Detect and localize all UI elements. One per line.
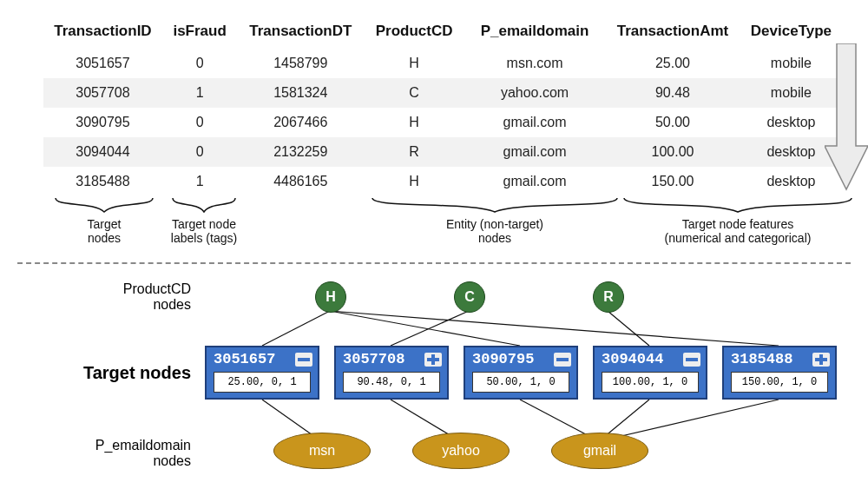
cell: gmail.com (464, 108, 605, 137)
target-features: 90.48, 0, 1 (343, 372, 440, 393)
brace-target-features: Target node features(numerical and categ… (616, 196, 859, 245)
down-arrow-icon (825, 43, 868, 191)
cell: 0 (162, 108, 238, 137)
brace-target-nodes: Targetnodes (43, 196, 165, 245)
brace-label: Target nodelabels (tags) (165, 217, 243, 245)
brace-label: Target node features(numerical and categ… (616, 217, 859, 245)
cell: 2132259 (237, 137, 364, 167)
table-row: 3090795 0 2067466 H gmail.com 50.00 desk… (43, 108, 842, 137)
target-id: 3057708 (343, 351, 404, 367)
col-header: isFraud (162, 17, 238, 49)
data-table-wrap: TransactionID isFraud TransactionDT Prod… (43, 17, 842, 196)
cell: gmail.com (464, 167, 605, 196)
table-row: 3185488 1 4486165 H gmail.com 150.00 des… (43, 167, 842, 196)
minus-icon (683, 353, 700, 367)
brace-label: Targetnodes (43, 217, 165, 245)
brace-label: Entity (non-target)nodes (365, 217, 625, 245)
cell: 100.00 (605, 137, 740, 167)
data-table: TransactionID isFraud TransactionDT Prod… (43, 17, 842, 196)
target-features: 25.00, 0, 1 (214, 372, 311, 393)
minus-icon (554, 353, 571, 367)
table-row: 3057708 1 1581324 C yahoo.com 90.48 mobi… (43, 78, 842, 108)
col-header: P_emaildomain (464, 17, 605, 49)
cell: C (364, 78, 464, 108)
cell: 1 (162, 167, 238, 196)
target-node: 3090795 50.00, 1, 0 (464, 346, 578, 400)
email-node-gmail: gmail (551, 433, 648, 469)
col-header: TransactionAmt (605, 17, 740, 49)
cell: 0 (162, 49, 238, 78)
cell: 4486165 (237, 167, 364, 196)
cell: H (364, 49, 464, 78)
cell: 2067466 (237, 108, 364, 137)
target-node: 3057708 90.48, 0, 1 (334, 346, 449, 400)
cell: 3057708 (43, 78, 162, 108)
cell: 150.00 (605, 167, 740, 196)
col-header: TransactionDT (237, 17, 364, 49)
target-features: 100.00, 1, 0 (602, 372, 699, 393)
productcd-node-c: C (454, 281, 485, 313)
column-braces-row: Targetnodes Target nodelabels (tags) Ent… (43, 196, 842, 259)
email-label: gmail (583, 443, 616, 459)
svg-line-0 (262, 311, 330, 346)
email-label: yahoo (442, 443, 480, 459)
brace-target-labels: Target nodelabels (tags) (165, 196, 243, 245)
cell: yahoo.com (464, 78, 605, 108)
productcd-node-h: H (315, 281, 346, 313)
minus-icon (295, 353, 312, 367)
cell: gmail.com (464, 137, 605, 167)
email-node-yahoo: yahoo (412, 433, 510, 469)
productcd-node-r: R (593, 281, 624, 313)
col-header: TransactionID (43, 17, 162, 49)
target-features: 150.00, 1, 0 (731, 372, 828, 393)
plus-icon (812, 353, 830, 367)
pcd-label: C (464, 289, 475, 305)
col-header: ProductCD (364, 17, 464, 49)
cell: 3094044 (43, 137, 162, 167)
cell: R (364, 137, 464, 167)
svg-line-2 (330, 311, 779, 346)
cell: msn.com (464, 49, 605, 78)
pcd-label: H (326, 289, 336, 305)
cell: 1581324 (237, 78, 364, 108)
table-header-row: TransactionID isFraud TransactionDT Prod… (43, 17, 842, 49)
cell: 90.48 (605, 78, 740, 108)
svg-line-4 (608, 311, 649, 346)
target-id: 3094044 (602, 351, 663, 367)
cell: 3051657 (43, 49, 162, 78)
target-features: 50.00, 1, 0 (472, 372, 569, 393)
svg-line-1 (330, 311, 520, 346)
cell: 3090795 (43, 108, 162, 137)
target-id: 3090795 (472, 351, 534, 367)
cell: 25.00 (605, 49, 740, 78)
target-id: 3051657 (214, 351, 275, 367)
target-node: 3051657 25.00, 0, 1 (205, 346, 319, 400)
plus-icon (424, 353, 442, 367)
cell: 0 (162, 137, 238, 167)
cell: 3185488 (43, 167, 162, 196)
target-node: 3094044 100.00, 1, 0 (593, 346, 707, 400)
pcd-label: R (603, 289, 614, 305)
cell: 1458799 (237, 49, 364, 78)
email-node-msn: msn (273, 433, 371, 469)
cell: H (364, 167, 464, 196)
graph-diagram: ProductCDnodes Target nodes P_emaildomai… (43, 276, 842, 476)
target-node: 3185488 150.00, 1, 0 (722, 346, 837, 400)
table-row: 3051657 0 1458799 H msn.com 25.00 mobile (43, 49, 842, 78)
section-separator (17, 262, 851, 264)
email-label: msn (309, 443, 335, 459)
cell: 50.00 (605, 108, 740, 137)
cell: H (364, 108, 464, 137)
table-row: 3094044 0 2132259 R gmail.com 100.00 des… (43, 137, 842, 167)
brace-entity-nodes: Entity (non-target)nodes (365, 196, 625, 245)
target-id: 3185488 (731, 351, 792, 367)
cell: 1 (162, 78, 238, 108)
